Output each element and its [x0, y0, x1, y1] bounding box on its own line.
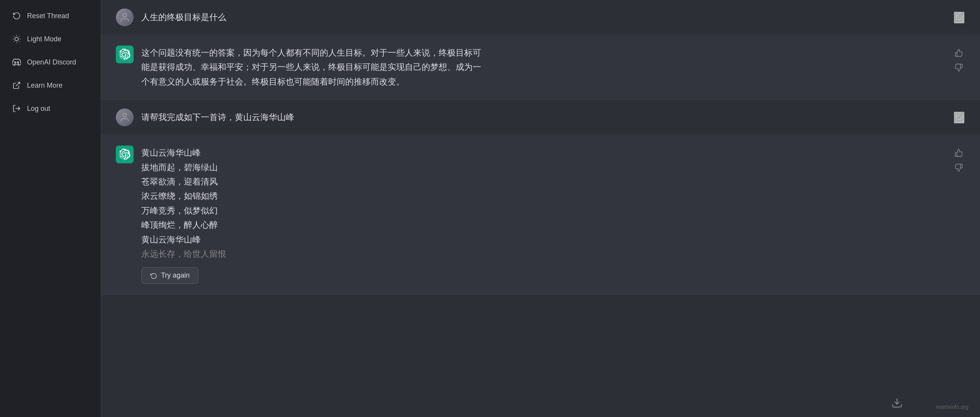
user-message-row-1: 人生的终极目标是什么 [100, 0, 980, 35]
watermark: matrixinfo.org [936, 404, 968, 410]
poem-line-5: 峰顶绚烂，醉人心醉 [141, 218, 945, 232]
sidebar-item-log-out-label: Log out [27, 105, 50, 113]
sidebar-item-learn-more-label: Learn More [27, 81, 63, 90]
ai-vote-buttons-1 [953, 46, 965, 89]
try-again-button[interactable]: Try again [141, 267, 198, 284]
svg-line-9 [16, 82, 20, 86]
watermark-text: matrixinfo.org [936, 404, 968, 410]
ai-message-row-1: 这个问题没有统一的答案，因为每个人都有不同的人生目标。对于一些人来说，终极目标可… [100, 35, 980, 100]
poem-line-0: 黄山云海华山峰 [141, 146, 945, 160]
user-avatar-2 [116, 108, 134, 126]
chat-exchange-2: 请帮我完成如下一首诗，黄山云海华山峰 黄山云海华山峰 拔地而起，碧海绿山 苍翠欲… [100, 100, 980, 295]
sidebar: Reset Thread Light Mode OpenAI Discord L… [0, 0, 100, 417]
svg-point-11 [123, 14, 126, 17]
svg-line-4 [19, 41, 19, 42]
sidebar-item-log-out[interactable]: Log out [3, 98, 97, 119]
svg-line-3 [14, 36, 14, 37]
sun-icon [12, 34, 22, 44]
edit-message-button-1[interactable] [954, 12, 965, 24]
user-message-text-2: 请帮我完成如下一首诗，黄山云海华山峰 [141, 112, 946, 123]
try-again-icon [150, 272, 157, 279]
try-again-label: Try again [161, 271, 190, 280]
ai-poem-text: 黄山云海华山峰 拔地而起，碧海绿山 苍翠欲滴，迎着清风 浓云缭绕，如锦如绣 万峰… [141, 146, 945, 261]
chat-exchange-1: 人生的终极目标是什么 这个问题没有统一的答案，因为每个人都有不同的人生目标。对于… [100, 0, 980, 100]
thumbs-down-button-1[interactable] [953, 62, 965, 73]
thumbs-up-button-1[interactable] [953, 47, 965, 59]
ai-response-content-2: 黄山云海华山峰 拔地而起，碧海绿山 苍翠欲滴，迎着清风 浓云缭绕，如锦如绣 万峰… [141, 146, 965, 284]
ai-response-line-1-2: 个有意义的人或服务于社会。终极目标也可能随着时间的推移而改变。 [141, 77, 405, 86]
sidebar-item-openai-discord[interactable]: OpenAI Discord [3, 52, 97, 73]
ai-response-line-1-1: 能是获得成功、幸福和平安；对于另一些人来说，终极目标可能是实现自己的梦想、成为一 [141, 62, 481, 72]
poem-line-2: 苍翠欲滴，迎着清风 [141, 175, 945, 189]
svg-line-7 [14, 41, 14, 42]
logout-icon [12, 103, 22, 114]
download-icon[interactable] [891, 397, 903, 409]
external-link-icon [12, 80, 22, 90]
user-message-row-2: 请帮我完成如下一首诗，黄山云海华山峰 [100, 100, 980, 135]
poem-line-4: 万峰竞秀，似梦似幻 [141, 203, 945, 218]
sidebar-item-light-mode[interactable]: Light Mode [3, 29, 97, 49]
download-icon-area [891, 397, 903, 410]
poem-line-3: 浓云缭绕，如锦如绣 [141, 189, 945, 203]
user-message-text-1: 人生的终极目标是什么 [141, 12, 946, 23]
refresh-icon [12, 11, 22, 21]
edit-message-button-2[interactable] [954, 112, 965, 124]
svg-point-0 [15, 37, 18, 41]
thumbs-down-button-2[interactable] [953, 162, 965, 173]
poem-line-6: 黄山云海华山峰 [141, 232, 945, 247]
sidebar-item-light-mode-label: Light Mode [27, 35, 61, 43]
ai-message-row-2: 黄山云海华山峰 拔地而起，碧海绿山 苍翠欲滴，迎着清风 浓云缭绕，如锦如绣 万峰… [100, 135, 980, 295]
discord-icon [12, 57, 22, 67]
sidebar-item-reset-thread-label: Reset Thread [27, 12, 69, 20]
ai-avatar-2 [116, 146, 134, 163]
user-avatar-1 [116, 8, 134, 26]
ai-response-line-1-0: 这个问题没有统一的答案，因为每个人都有不同的人生目标。对于一些人来说，终极目标可 [141, 48, 481, 58]
chat-main: 人生的终极目标是什么 这个问题没有统一的答案，因为每个人都有不同的人生目标。对于… [100, 0, 980, 417]
ai-avatar-1 [116, 46, 134, 63]
sidebar-item-learn-more[interactable]: Learn More [3, 75, 97, 96]
poem-line-faded: 永远长存，给世人留恨 [141, 247, 945, 261]
ai-message-text-1: 这个问题没有统一的答案，因为每个人都有不同的人生目标。对于一些人来说，终极目标可… [141, 46, 945, 89]
svg-line-8 [19, 36, 19, 37]
svg-point-12 [123, 114, 126, 117]
poem-line-1: 拔地而起，碧海绿山 [141, 160, 945, 175]
sidebar-item-openai-discord-label: OpenAI Discord [27, 58, 76, 66]
ai-vote-buttons-2 [953, 146, 965, 284]
ai-response-content-1: 这个问题没有统一的答案，因为每个人都有不同的人生目标。对于一些人来说，终极目标可… [141, 46, 965, 89]
sidebar-item-reset-thread[interactable]: Reset Thread [3, 5, 97, 26]
thumbs-up-button-2[interactable] [953, 147, 965, 159]
